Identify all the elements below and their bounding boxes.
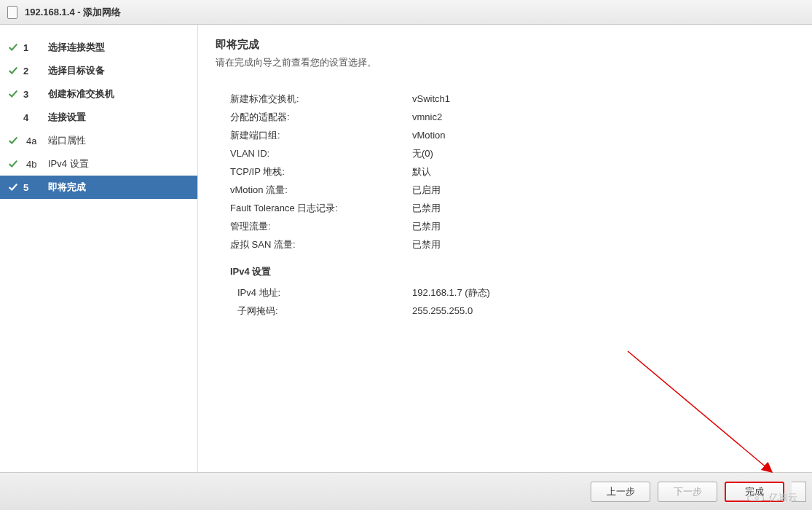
summary-section: 新建标准交换机: vSwitch1 分配的适配器: vmnic2 新建端口组: … bbox=[216, 90, 795, 320]
wizard-body: 1 选择连接类型 2 选择目标设备 3 创建标准交换机 4 连接设置 bbox=[0, 25, 812, 472]
summary-row-subnet: 子网掩码: 255.255.255.0 bbox=[230, 302, 795, 320]
step-5-ready-complete[interactable]: 5 即将完成 bbox=[0, 176, 197, 199]
step-3-create-switch[interactable]: 3 创建标准交换机 bbox=[0, 82, 197, 106]
summary-row-adapter: 分配的适配器: vmnic2 bbox=[230, 108, 795, 126]
step-number: 2 bbox=[20, 66, 48, 76]
step-number: 1 bbox=[20, 42, 48, 53]
watermark-text: 亿速云 bbox=[769, 491, 797, 504]
step-4a-port-properties[interactable]: 4a 端口属性 bbox=[0, 129, 197, 152]
title-bar: 192.168.1.4 - 添加网络 bbox=[0, 0, 812, 25]
check-icon bbox=[6, 136, 20, 146]
summary-value: vMotion bbox=[412, 130, 446, 141]
wizard-footer: 上一步 下一步 完成 bbox=[0, 472, 812, 510]
summary-label: vMotion 流量: bbox=[230, 184, 412, 197]
summary-row-vmotion: vMotion 流量: 已启用 bbox=[230, 181, 795, 199]
summary-label: VLAN ID: bbox=[230, 148, 412, 159]
step-number: 4a bbox=[20, 136, 48, 146]
svg-point-1 bbox=[755, 497, 758, 500]
host-icon bbox=[7, 6, 17, 19]
summary-label: Fault Tolerance 日志记录: bbox=[230, 202, 412, 215]
summary-row-vswitch: 新建标准交换机: vSwitch1 bbox=[230, 90, 795, 108]
check-icon bbox=[6, 159, 20, 169]
summary-label: 子网掩码: bbox=[230, 305, 412, 318]
window-title: 192.168.1.4 - 添加网络 bbox=[25, 6, 121, 19]
summary-value: 无(0) bbox=[412, 147, 433, 160]
step-4-connection-settings[interactable]: 4 连接设置 bbox=[0, 106, 197, 129]
summary-label: 新建端口组: bbox=[230, 129, 412, 142]
summary-label: 管理流量: bbox=[230, 220, 412, 233]
summary-label: 虚拟 SAN 流量: bbox=[230, 238, 412, 251]
step-label: IPv4 设置 bbox=[48, 157, 89, 170]
step-label: 即将完成 bbox=[48, 181, 86, 194]
content-subtitle: 请在完成向导之前查看您的设置选择。 bbox=[216, 56, 795, 69]
check-icon bbox=[6, 66, 20, 76]
summary-row-vlan: VLAN ID: 无(0) bbox=[230, 144, 795, 162]
check-icon bbox=[6, 89, 20, 99]
summary-label: 分配的适配器: bbox=[230, 111, 412, 124]
step-number: 4 bbox=[20, 112, 48, 123]
content-title: 即将完成 bbox=[216, 38, 795, 52]
wizard-content: 即将完成 请在完成向导之前查看您的设置选择。 新建标准交换机: vSwitch1… bbox=[198, 25, 812, 472]
watermark: 亿速云 bbox=[746, 491, 797, 504]
step-number: 5 bbox=[20, 182, 48, 193]
step-2-target-device[interactable]: 2 选择目标设备 bbox=[0, 59, 197, 82]
step-4b-ipv4-settings[interactable]: 4b IPv4 设置 bbox=[0, 152, 197, 176]
step-label: 选择目标设备 bbox=[48, 64, 105, 77]
summary-row-portgroup: 新建端口组: vMotion bbox=[230, 126, 795, 144]
summary-value: 已启用 bbox=[412, 184, 441, 197]
back-button[interactable]: 上一步 bbox=[591, 482, 650, 502]
summary-value: 192.168.1.7 (静态) bbox=[412, 286, 490, 299]
summary-row-management: 管理流量: 已禁用 bbox=[230, 217, 795, 235]
summary-row-ft: Fault Tolerance 日志记录: 已禁用 bbox=[230, 199, 795, 217]
summary-value: 默认 bbox=[412, 165, 431, 178]
next-button[interactable]: 下一步 bbox=[658, 482, 717, 502]
summary-value: 255.255.255.0 bbox=[412, 305, 473, 316]
step-label: 选择连接类型 bbox=[48, 41, 105, 54]
step-label: 连接设置 bbox=[48, 111, 86, 124]
summary-value: vSwitch1 bbox=[412, 93, 450, 104]
check-icon bbox=[6, 42, 20, 52]
summary-value: vmnic2 bbox=[412, 111, 442, 122]
step-number: 4b bbox=[20, 159, 48, 170]
step-1-connection-type[interactable]: 1 选择连接类型 bbox=[0, 36, 197, 59]
summary-row-vsan: 虚拟 SAN 流量: 已禁用 bbox=[230, 235, 795, 254]
summary-label: IPv4 地址: bbox=[230, 286, 412, 299]
summary-value: 已禁用 bbox=[412, 202, 441, 215]
step-label: 端口属性 bbox=[48, 134, 86, 147]
cloud-icon bbox=[746, 491, 766, 504]
step-label: 创建标准交换机 bbox=[48, 87, 114, 101]
summary-label: 新建标准交换机: bbox=[230, 93, 412, 106]
summary-row-tcpip: TCP/IP 堆栈: 默认 bbox=[230, 162, 795, 181]
summary-label: TCP/IP 堆栈: bbox=[230, 165, 412, 178]
step-number: 3 bbox=[20, 89, 48, 100]
check-icon bbox=[6, 182, 20, 192]
summary-value: 已禁用 bbox=[412, 220, 441, 233]
summary-row-ipv4-addr: IPv4 地址: 192.168.1.7 (静态) bbox=[230, 283, 795, 302]
ipv4-section-header: IPv4 设置 bbox=[230, 262, 795, 280]
ipv4-header-label: IPv4 设置 bbox=[230, 265, 271, 278]
wizard-steps-sidebar: 1 选择连接类型 2 选择目标设备 3 创建标准交换机 4 连接设置 bbox=[0, 25, 198, 472]
summary-value: 已禁用 bbox=[412, 238, 441, 251]
